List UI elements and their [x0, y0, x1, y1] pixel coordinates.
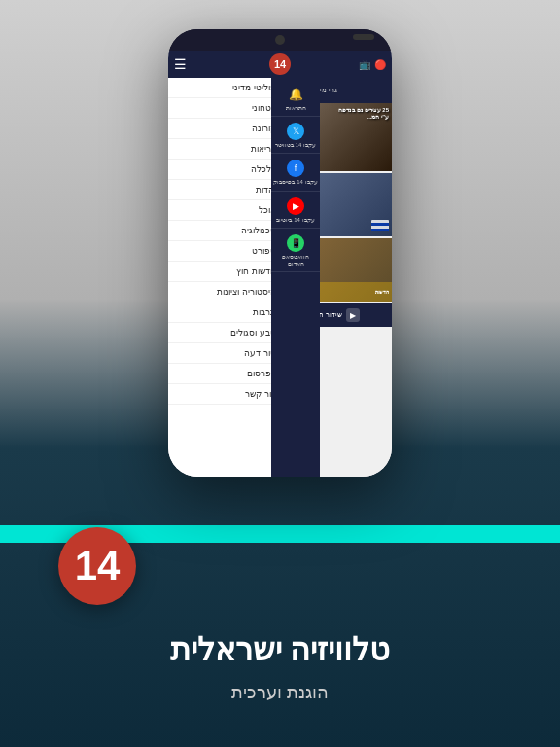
header-right-icons: 📺 🔴 [359, 59, 386, 70]
sidebar-item-tech[interactable]: טכנולוגיה [168, 221, 284, 241]
facebook-item[interactable]: f עקבו 14 בפייסבוק [271, 156, 320, 191]
phone-shell: ☰ 14 📺 🔴 פוליטי מדיני בטחוני קורונה בריא… [168, 29, 392, 477]
phone-speaker [353, 34, 374, 40]
app-header: ☰ 14 📺 🔴 [168, 51, 392, 78]
menu-icon[interactable]: ☰ [174, 56, 187, 72]
sidebar-item-history[interactable]: היסטוריה וציונות [168, 282, 284, 302]
bell-label: התראות [286, 105, 306, 112]
sidebar-item-health[interactable]: בריאות [168, 139, 284, 160]
bottom-section: 14 טלוויזיה ישראלית הוגנת וערכית [0, 514, 560, 747]
screen-body: פוליטי מדיני בטחוני קורונה בריאות כלכלה … [168, 78, 392, 477]
whatsapp-label: הוואטסאפ האדום [273, 254, 318, 267]
sidebar-item-sports[interactable]: ספורט [168, 241, 284, 262]
sidebar-item-corona[interactable]: קורונה [168, 119, 284, 139]
sidebar-item-advertise[interactable]: לפרסום [168, 364, 284, 384]
sidebar-item-nature[interactable]: טבע וסגולים [168, 323, 284, 343]
flag-decoration [371, 220, 389, 231]
sidebar-item-food[interactable]: אוכל [168, 200, 284, 221]
whatsapp-icon: 📱 [287, 234, 304, 252]
channel-14-logo: 14 [58, 527, 136, 605]
sidebar-item-security[interactable]: בטחוני [168, 98, 284, 119]
live-label: שידור חי [317, 311, 342, 319]
news-strip-text: חדשות [375, 289, 389, 295]
sidebar-item-contact[interactable]: צור קשר [168, 384, 284, 405]
twitter-item[interactable]: 𝕏 עקבו 14 בטוויטר [271, 119, 320, 154]
social-panel: 🔔 התראות 𝕏 עקבו 14 בטוויטר f עקבו 14 בפי… [271, 78, 320, 477]
sidebar-item-foreign-news[interactable]: חדשות חוץ [168, 262, 284, 282]
sidebar-item-judaism[interactable]: יהדות [168, 180, 284, 200]
app-title: טלוויזיה ישראלית [0, 631, 560, 668]
youtube-item[interactable]: ▶ עקבו 14 ביוטיוב [271, 194, 320, 229]
sidebar-item-political[interactable]: פוליטי מדיני [168, 78, 284, 98]
sidebar-item-culture[interactable]: תרבות [168, 302, 284, 323]
twitter-icon: 𝕏 [287, 123, 304, 140]
tv-icon: 📺 [359, 59, 370, 70]
phone-mockup: ☰ 14 📺 🔴 פוליטי מדיני בטחוני קורונה בריא… [168, 29, 392, 477]
whatsapp-item[interactable]: 📱 הוואטסאפ האדום [271, 231, 320, 272]
sidebar-item-economy[interactable]: כלכלה [168, 160, 284, 180]
youtube-label: עקבו 14 ביוטיוב [276, 217, 314, 224]
bell-icon: 🔔 [287, 86, 304, 103]
twitter-label: עקבו 14 בטוויטר [275, 142, 316, 149]
record-icon: 🔴 [374, 59, 386, 70]
sidebar: פוליטי מדיני בטחוני קורונה בריאות כלכלה … [168, 78, 285, 477]
sidebar-item-opinion[interactable]: טור דעה [168, 343, 284, 364]
phone-camera [275, 35, 285, 45]
phone-screen: ☰ 14 📺 🔴 פוליטי מדיני בטחוני קורונה בריא… [168, 51, 392, 477]
live-icon: ▶ [346, 308, 360, 322]
app-subtitle: הוגנת וערכית [0, 682, 560, 703]
facebook-icon: f [287, 160, 304, 177]
phone-top-bar [168, 29, 392, 51]
channel-logo-small: 14 [269, 53, 291, 75]
news-text-1: 25 עצירים נם ב נדפח ע"י המ... [335, 106, 389, 120]
facebook-label: עקבו 14 בפייסבוק [273, 179, 317, 186]
notifications-item[interactable]: 🔔 התראות [271, 82, 320, 117]
youtube-icon: ▶ [287, 197, 304, 215]
